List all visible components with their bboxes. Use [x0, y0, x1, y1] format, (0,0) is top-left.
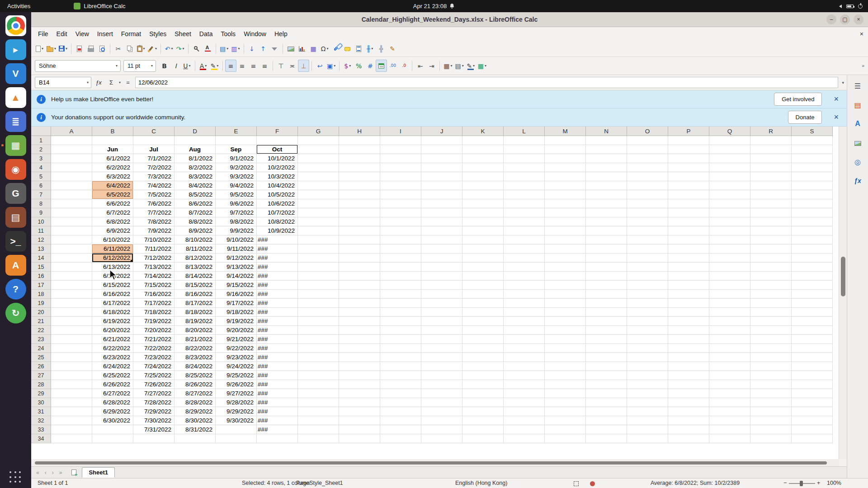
cell-R23[interactable]: [750, 335, 792, 344]
cell-M10[interactable]: [545, 217, 586, 226]
cell-S12[interactable]: [792, 235, 833, 244]
cell-M6[interactable]: [545, 181, 586, 190]
chevron-down-icon[interactable]: ▾: [116, 64, 118, 68]
cell-Q26[interactable]: [709, 362, 750, 371]
cell-N6[interactable]: [586, 181, 627, 190]
cell-A17[interactable]: [51, 281, 92, 290]
column-header-J[interactable]: J: [421, 127, 462, 136]
cell-H32[interactable]: [339, 416, 380, 425]
bold-button[interactable]: B: [159, 60, 170, 72]
dropdown-arrow[interactable]: ▾: [371, 47, 373, 51]
cell-E13[interactable]: 9/11/2022: [216, 244, 257, 253]
cell-D5[interactable]: 8/3/2022: [175, 172, 216, 181]
cell-E22[interactable]: 9/20/2022: [216, 326, 257, 335]
cell-A34[interactable]: [51, 434, 92, 443]
cell-K21[interactable]: [462, 317, 504, 326]
cell-K6[interactable]: [462, 181, 504, 190]
page-style-status[interactable]: PageStyle_Sheet1: [296, 480, 343, 486]
horizontal-scrollbar-thumb[interactable]: [35, 461, 827, 465]
cell-R24[interactable]: [750, 344, 792, 353]
row-header-31[interactable]: 31: [31, 407, 51, 416]
cell-K25[interactable]: [462, 353, 504, 362]
cell-P7[interactable]: [668, 190, 709, 199]
cell-B24[interactable]: 6/22/2022: [92, 344, 133, 353]
cell-C15[interactable]: 7/13/2022: [133, 263, 175, 272]
cell-P16[interactable]: [668, 272, 709, 281]
cell-O17[interactable]: [627, 281, 668, 290]
cell-K12[interactable]: [462, 235, 504, 244]
cell-F3[interactable]: 10/1/2022: [257, 154, 298, 163]
cell-Q10[interactable]: [709, 217, 750, 226]
menu-format[interactable]: Format: [117, 28, 145, 39]
cell-A32[interactable]: [51, 416, 92, 425]
insert-hyperlink-button[interactable]: [330, 42, 342, 55]
cell-L6[interactable]: [504, 181, 545, 190]
column-header-A[interactable]: A: [51, 127, 92, 136]
cell-K27[interactable]: [462, 371, 504, 380]
dropdown-arrow[interactable]: ▾: [334, 64, 335, 68]
cell-F22[interactable]: ###: [257, 326, 298, 335]
cell-B29[interactable]: 6/27/2022: [92, 389, 133, 398]
cell-O4[interactable]: [627, 163, 668, 172]
cell-F23[interactable]: ###: [257, 335, 298, 344]
cell-A18[interactable]: [51, 290, 92, 299]
cell-I23[interactable]: [380, 335, 421, 344]
cell-O1[interactable]: [627, 136, 668, 145]
last-sheet-button[interactable]: »: [57, 469, 65, 476]
cell-E24[interactable]: 9/22/2022: [216, 344, 257, 353]
cell-M34[interactable]: [545, 434, 586, 443]
cell-L4[interactable]: [504, 163, 545, 172]
cell-D21[interactable]: 8/19/2022: [175, 317, 216, 326]
cell-G25[interactable]: [298, 353, 339, 362]
column-header-G[interactable]: G: [298, 127, 339, 136]
maximize-button[interactable]: ▢: [840, 14, 850, 24]
cell-N2[interactable]: [586, 145, 627, 154]
row-header-11[interactable]: 11: [31, 226, 51, 235]
libreoffice-calc-dock-icon[interactable]: ▦: [5, 135, 26, 156]
cell-I14[interactable]: [380, 253, 421, 263]
cell-F2[interactable]: Oct: [257, 145, 298, 154]
cell-E34[interactable]: [216, 434, 257, 443]
cell-O22[interactable]: [627, 326, 668, 335]
underline-button[interactable]: U▾: [181, 60, 193, 72]
cell-M24[interactable]: [545, 344, 586, 353]
split-window-button[interactable]: ╬: [376, 42, 387, 55]
menu-tools[interactable]: Tools: [217, 28, 240, 39]
get-involved-button[interactable]: Get involved: [774, 93, 822, 106]
cell-S21[interactable]: [792, 317, 833, 326]
cell-J1[interactable]: [421, 136, 462, 145]
cell-J17[interactable]: [421, 281, 462, 290]
functions-icon[interactable]: ƒx: [850, 174, 865, 188]
cell-R34[interactable]: [750, 434, 792, 443]
cell-C18[interactable]: 7/16/2022: [133, 290, 175, 299]
cell-C30[interactable]: 7/28/2022: [133, 398, 175, 407]
cell-I22[interactable]: [380, 326, 421, 335]
headers-and-footers-button[interactable]: [353, 42, 364, 55]
cell-D4[interactable]: 8/2/2022: [175, 163, 216, 172]
cell-S31[interactable]: [792, 407, 833, 416]
chevron-down-icon[interactable]: ▾: [119, 80, 121, 84]
row-header-23[interactable]: 23: [31, 335, 51, 344]
cell-A30[interactable]: [51, 398, 92, 407]
cell-R26[interactable]: [750, 362, 792, 371]
cell-F4[interactable]: 10/2/2022: [257, 163, 298, 172]
cell-R30[interactable]: [750, 398, 792, 407]
cell-J7[interactable]: [421, 190, 462, 199]
cell-H4[interactable]: [339, 163, 380, 172]
cell-C14[interactable]: 7/12/2022: [133, 253, 175, 263]
cell-C22[interactable]: 7/20/2022: [133, 326, 175, 335]
cell-D22[interactable]: 8/20/2022: [175, 326, 216, 335]
cell-I27[interactable]: [380, 371, 421, 380]
cell-S10[interactable]: [792, 217, 833, 226]
cell-K30[interactable]: [462, 398, 504, 407]
cell-O23[interactable]: [627, 335, 668, 344]
cell-Q7[interactable]: [709, 190, 750, 199]
cell-E6[interactable]: 9/4/2022: [216, 181, 257, 190]
cell-G26[interactable]: [298, 362, 339, 371]
cell-H28[interactable]: [339, 380, 380, 389]
cell-E17[interactable]: 9/15/2022: [216, 281, 257, 290]
cell-Q31[interactable]: [709, 407, 750, 416]
donate-button[interactable]: Donate: [788, 111, 822, 124]
cell-M26[interactable]: [545, 362, 586, 371]
cell-S25[interactable]: [792, 353, 833, 362]
